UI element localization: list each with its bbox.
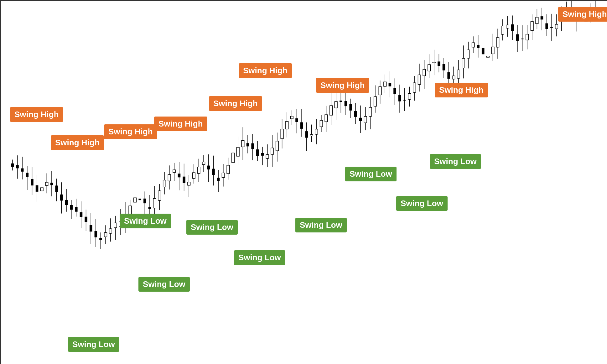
- chart-container: Swing HighSwing HighSwing HighSwing High…: [0, 0, 607, 364]
